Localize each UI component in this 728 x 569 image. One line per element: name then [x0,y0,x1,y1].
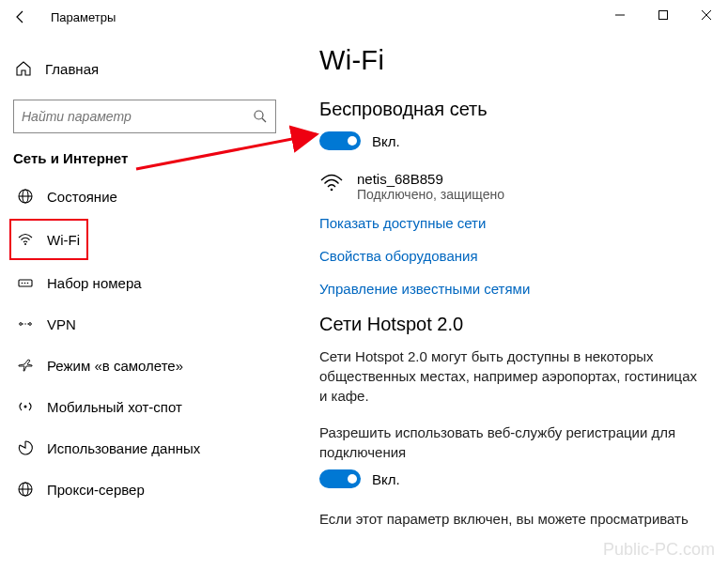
svg-point-7 [24,243,26,245]
minimize-icon [615,10,625,20]
wifi-toggle-row: Вкл. [319,131,705,150]
network-status: Подключено, защищено [357,187,504,202]
svg-line-3 [262,118,266,122]
vpn-icon [15,315,36,332]
minimize-button[interactable] [598,0,642,30]
hotspot-toggle-label: Вкл. [372,471,400,487]
globe-icon [15,188,36,205]
sidebar-item-airplane[interactable]: Режим «в самолете» [0,345,293,386]
airplane-icon [15,357,36,374]
back-button[interactable] [13,9,32,24]
svg-rect-1 [659,11,668,20]
link-known-networks[interactable]: Управление известными сетями [319,281,705,297]
svg-point-9 [22,283,23,284]
hotspot-toggle[interactable] [319,469,361,488]
hotspot-toggle-row: Вкл. [319,469,705,488]
sidebar-item-hotspot[interactable]: Мобильный хот-спот [0,386,293,427]
sidebar-item-dialup[interactable]: Набор номера [0,262,293,303]
link-available-networks[interactable]: Показать доступные сети [319,215,705,231]
proxy-icon [15,481,36,498]
close-button[interactable] [685,0,728,30]
svg-point-12 [20,323,23,326]
sidebar-item-label: Использование данных [47,440,200,456]
home-link[interactable]: Главная [0,54,293,83]
maximize-icon [658,10,668,20]
sidebar-item-label: Wi-Fi [47,232,80,248]
close-icon [702,10,711,20]
svg-point-15 [24,406,27,408]
wifi-icon [15,231,36,248]
svg-point-2 [255,111,263,119]
hotspot-permit-label: Разрешить использовать веб-службу регист… [319,423,705,462]
current-network[interactable]: netis_68B859 Подключено, защищено [319,171,705,202]
svg-point-11 [27,283,29,284]
search-box[interactable] [13,100,276,133]
titlebar: Параметры [0,0,728,34]
wifi-toggle[interactable] [319,131,361,150]
network-name: netis_68B859 [357,171,504,187]
sidebar-item-label: Набор номера [47,275,142,291]
window-controls [598,0,728,30]
sidebar: Главная Сеть и Интернет Состояние Wi-Fi [0,34,302,569]
sidebar-item-vpn[interactable]: VPN [0,303,293,345]
svg-point-19 [331,189,333,192]
hotspot-icon [15,398,36,415]
home-icon [15,60,34,77]
sidebar-item-label: Прокси-сервер [47,482,145,498]
dialup-icon [15,274,36,291]
sidebar-item-wifi[interactable]: Wi-Fi [9,219,88,260]
datausage-icon [15,439,36,456]
svg-point-10 [24,283,26,284]
sidebar-item-datausage[interactable]: Использование данных [0,427,293,469]
sidebar-item-label: VPN [47,316,76,332]
wifi-icon [319,171,348,193]
sidebar-item-label: Мобильный хот-спот [47,399,182,415]
page-title: Wi-Fi [319,45,705,76]
window-title: Параметры [51,10,116,24]
main-panel: Wi-Fi Беспроводная сеть Вкл. netis_68B85… [302,34,728,569]
category-header: Сеть и Интернет [0,150,293,176]
home-label: Главная [45,61,99,77]
link-hardware-properties[interactable]: Свойства оборудования [319,248,705,264]
wifi-toggle-label: Вкл. [372,133,400,149]
hotspot-footer: Если этот параметр включен, вы можете пр… [319,509,705,529]
sidebar-item-proxy[interactable]: Прокси-сервер [0,469,293,510]
sidebar-item-label: Состояние [47,189,117,205]
sidebar-item-label: Режим «в самолете» [47,358,183,374]
wireless-heading: Беспроводная сеть [319,99,705,120]
sidebar-item-status[interactable]: Состояние [0,176,293,217]
hotspot-description: Сети Hotspot 2.0 могут быть доступны в н… [319,346,705,406]
arrow-left-icon [13,9,28,24]
search-input[interactable] [22,109,253,124]
svg-point-13 [29,323,32,326]
search-icon [253,109,268,124]
maximize-button[interactable] [642,0,685,30]
hotspot-heading: Сети Hotspot 2.0 [319,314,705,335]
watermark: Public-PC.com [603,540,715,560]
